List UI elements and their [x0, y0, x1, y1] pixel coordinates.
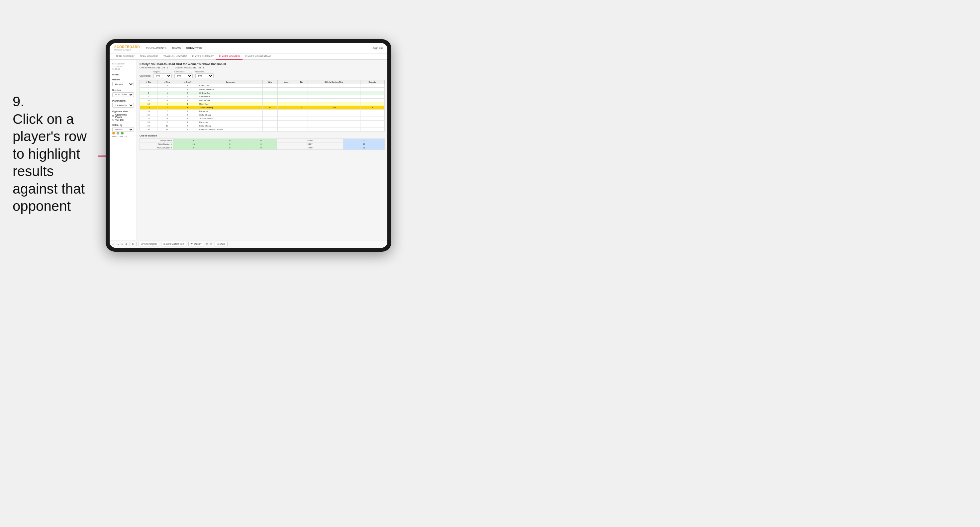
tablet-frame: SCOREBOARD Powered by clippd TOURNAMENTS… [106, 39, 391, 252]
table-row[interactable]: 1822Euna Lee [140, 120, 385, 124]
cell-loss [277, 102, 295, 106]
division-select[interactable]: NCAA Division III [112, 92, 134, 97]
table-row[interactable]: 1311Haeji Hyun [140, 102, 385, 106]
player-section: Player [112, 73, 134, 76]
cell-div: 3 [140, 84, 158, 87]
opponent-view-label: Opponent view [112, 110, 134, 113]
ood-cell: 0 [214, 146, 245, 149]
player-rank-section: Player (Rank) 8. Katelyn Vo [112, 100, 134, 108]
gender-select[interactable]: Women's [112, 82, 134, 86]
tab-player-summary[interactable]: PLAYER SUMMARY [190, 54, 216, 60]
redo-icon[interactable]: ↪ [117, 243, 119, 246]
panel-title: Katelyn Vo Head-to-Head Grid for Women's… [140, 62, 385, 66]
table-row[interactable]: 20117Federica Domecq Lacroze [140, 127, 385, 131]
ood-row: Foreign Team1004.5002 [140, 138, 385, 142]
table-row[interactable]: 1585Stella Chang [140, 113, 385, 117]
cell-loss [277, 98, 295, 102]
ood-cell: 7.400 [277, 146, 343, 149]
cell-tie [295, 117, 308, 120]
cell-div: 18 [140, 120, 158, 124]
refresh-icon[interactable]: ↻ [132, 243, 134, 246]
step-description: Click on a player's row to highlight res… [13, 111, 99, 215]
step-number: 9. [13, 93, 99, 111]
colour-dots [112, 132, 134, 135]
columns-icon[interactable]: ⊟ [210, 243, 213, 246]
nav-committee[interactable]: COMMITTEE [186, 46, 202, 50]
colour-up [121, 132, 124, 135]
cell-tie: 0 [295, 106, 308, 109]
watch-btn[interactable]: 👁 Watch ▾ [188, 242, 204, 246]
nav-tournaments[interactable]: TOURNAMENTS [146, 46, 166, 50]
undo-icon[interactable]: ↩ [112, 243, 115, 246]
tab-team-h2h-grid[interactable]: TEAM H2H GRID [137, 54, 161, 60]
separator-2 [136, 242, 137, 246]
cell-diff [308, 98, 360, 102]
table-row[interactable]: 914Sharon Mun [140, 95, 385, 98]
cell-win [262, 95, 277, 98]
colour-select[interactable]: Win/loss [112, 127, 134, 132]
radio-opponents-played[interactable]: Opponents Played [112, 114, 134, 118]
opponent-select[interactable]: (All) [195, 73, 213, 78]
view-original-btn[interactable]: ⊡ View: Original [138, 242, 159, 246]
player-label: Player [112, 73, 134, 76]
opponent-label: Opponent [195, 71, 213, 73]
ood-cell: 4.500 [277, 138, 343, 142]
region-filter: Region (All) [153, 71, 172, 78]
table-row[interactable]: 613Sydney Kuo [140, 91, 385, 95]
ood-cell: 0 [214, 138, 245, 142]
cell-reg: 10 [158, 124, 177, 127]
save-custom-view-btn[interactable]: ⊞ Save Custom View [161, 242, 187, 246]
player-rank-select[interactable]: 8. Katelyn Vo [112, 103, 134, 108]
sign-out-link[interactable]: Sign out [373, 46, 383, 49]
table-row[interactable]: 19106Emily Chang [140, 124, 385, 127]
cell-opponent: Esther Lee [198, 84, 263, 87]
cell-conf: 3 [177, 91, 198, 95]
table-row[interactable]: 331Esther Lee [140, 84, 385, 87]
tab-player-h2h-heatmap[interactable]: PLAYER H2H HEATMAP [242, 54, 274, 60]
cell-win [262, 120, 277, 124]
radio-dot-opponents [112, 115, 114, 117]
gender-label: Gender [112, 78, 134, 81]
out-of-division-title: Out of division [140, 134, 385, 137]
cell-loss [277, 95, 295, 98]
tab-team-summary[interactable]: TEAM SUMMARY [113, 54, 137, 60]
grid-icon[interactable]: ⊞ [206, 243, 208, 246]
radio-top100[interactable]: Top 100 [112, 119, 134, 121]
table-row[interactable]: 1474Eunice Yi [140, 109, 385, 113]
nav-bar: SCOREBOARD Powered by clippd TOURNAMENTS… [110, 43, 387, 54]
cell-conf: 4 [177, 109, 198, 113]
cell-opponent: Stella Chang [198, 113, 263, 117]
forward-icon[interactable]: ↪ [121, 243, 123, 246]
colour-label: Colour by [112, 124, 134, 126]
share-btn[interactable]: ⬡ Share [215, 242, 228, 246]
cell-reg: 2 [158, 120, 177, 124]
bottom-toolbar: ↩ ↪ ↪ ⊕ ↻ ⊡ View: Original ⊞ Save Custom… [110, 240, 387, 248]
nav-teams[interactable]: TEAMS [172, 46, 181, 50]
cell-loss [277, 87, 295, 91]
cell-diff [308, 95, 360, 98]
cell-diff [308, 109, 360, 113]
copy-icon[interactable]: ⊕ [125, 243, 127, 246]
conference-select[interactable]: (All) [174, 73, 192, 78]
cell-loss [277, 124, 295, 127]
table-row[interactable]: 1311Jessica Huang010-3.002 [140, 106, 385, 109]
cell-conf: 3 [177, 98, 198, 102]
cell-conf: 4 [177, 95, 198, 98]
ood-cell: NCAA Division 2 [140, 146, 173, 149]
cell-rounds [360, 102, 385, 106]
cell-tie [295, 84, 308, 87]
tab-bar: TEAM SUMMARY TEAM H2H GRID TEAM H2H HEAT… [110, 54, 387, 60]
ood-cell: 0 [245, 146, 277, 149]
cell-reg: 8 [158, 113, 177, 117]
cell-loss [277, 84, 295, 87]
cell-opponent: Andrea York [198, 98, 263, 102]
table-row[interactable]: 1063Andrea York [140, 98, 385, 102]
tab-team-h2h-heatmap[interactable]: TEAM H2H HEATMAP [161, 54, 190, 60]
table-row[interactable]: 1691Jessica Mason [140, 117, 385, 120]
table-row[interactable]: 522Alexis Sudjianto [140, 87, 385, 91]
region-select[interactable]: (All) [153, 73, 172, 78]
cell-conf: 1 [177, 106, 198, 109]
out-of-division-table: Foreign Team1004.5002NAIA Division 11500… [140, 138, 385, 150]
tab-player-h2h-grid[interactable]: PLAYER H2H GRID [216, 54, 242, 60]
cell-reg: 1 [158, 95, 177, 98]
